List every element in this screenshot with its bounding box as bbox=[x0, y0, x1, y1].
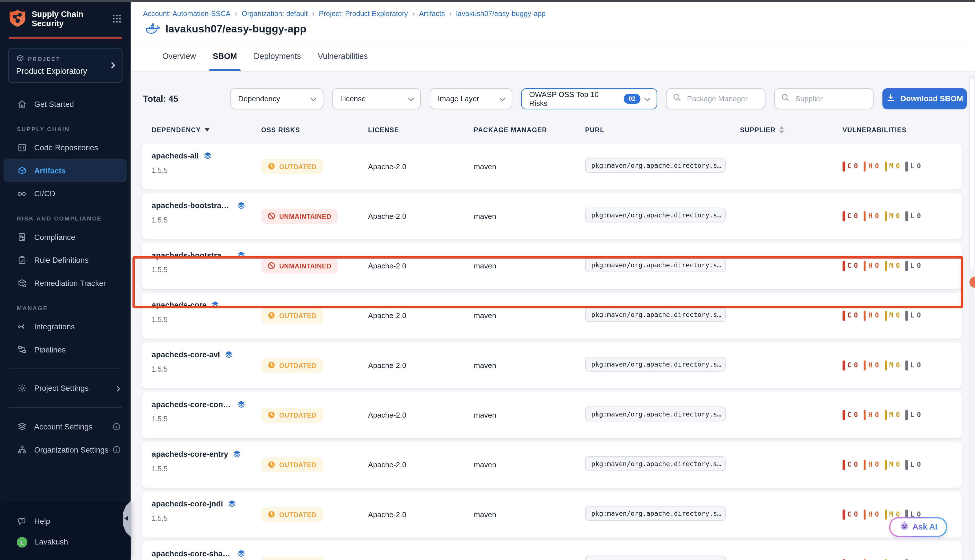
module-grid-icon[interactable] bbox=[112, 13, 122, 23]
ask-ai-button[interactable]: Ask AI bbox=[889, 517, 947, 537]
table-header: DEPENDENCYOSS RISKSLICENSEPACKAGE MANAGE… bbox=[142, 126, 962, 133]
breadcrumb-link[interactable]: Project: Product Exploratory bbox=[319, 10, 408, 17]
clock-icon bbox=[267, 311, 275, 320]
sidebar-item-integrations[interactable]: Integrations bbox=[0, 315, 130, 338]
sidebar-item-rule-definitions[interactable]: Rule Definitions bbox=[0, 249, 130, 272]
dependency-name: apacheds-core-jndi bbox=[152, 499, 223, 508]
dependency-version: 1.5.5 bbox=[152, 514, 261, 522]
table-row[interactable]: apacheds-core-entry 1.5.5 OUTDATED Apach… bbox=[142, 442, 962, 488]
vulnerability-counts[interactable]: C0H0M0L0 bbox=[843, 211, 962, 221]
purl-chip[interactable]: pkg:maven/org.apache.directory.s… bbox=[585, 357, 726, 372]
cube-icon bbox=[16, 54, 24, 63]
chevron-down-icon bbox=[499, 94, 506, 103]
tab-bar: OverviewSBOMDeploymentsVulnerabilities bbox=[162, 42, 367, 70]
table-row[interactable]: apacheds-bootstrap-pa... 1.5.5 UNMAINTAI… bbox=[142, 243, 962, 289]
vulnerability-counts[interactable]: C0H0M0L0 bbox=[843, 310, 962, 320]
package-manager-search[interactable] bbox=[666, 88, 766, 109]
project-name: Product Exploratory bbox=[16, 67, 116, 76]
column-header-dependency[interactable]: DEPENDENCY bbox=[152, 126, 261, 133]
table-row[interactable]: apacheds-core-jndi 1.5.5 OUTDATED Apache… bbox=[142, 491, 962, 537]
table-row[interactable]: apacheds-core 1.5.5 OUTDATED Apache-2.0 … bbox=[142, 292, 962, 338]
page-header: Account: Automation-SSCA›Organization: d… bbox=[130, 2, 975, 71]
severity-high: H0 bbox=[863, 310, 879, 320]
table-row[interactable]: apacheds-all 1.5.5 OUTDATED Apache-2.0 m… bbox=[142, 143, 962, 189]
sidebar: Supply Chain Security PROJECT Product Ex… bbox=[0, 2, 130, 560]
filter-count-badge: 02 bbox=[623, 93, 640, 103]
dependency-name: apacheds-core-shared bbox=[152, 549, 233, 558]
vulnerability-counts[interactable]: C0H0M0L0 bbox=[843, 261, 962, 271]
filter-dropdown-owasp-oss-top-10-risks[interactable]: OWASP OSS Top 10 Risks02 bbox=[521, 88, 657, 109]
oss-risk-label: OUTDATED bbox=[279, 411, 317, 418]
tab-sbom[interactable]: SBOM bbox=[213, 42, 237, 70]
tab-vulnerabilities[interactable]: Vulnerabilities bbox=[318, 42, 367, 70]
purl-chip[interactable]: pkg:maven/org.apache.directory.s… bbox=[585, 406, 726, 421]
license: Apache-2.0 bbox=[368, 460, 474, 469]
layers-icon bbox=[237, 549, 246, 558]
oss-risk-label: UNMAINTAINED bbox=[279, 262, 332, 269]
breadcrumb-link[interactable]: Artifacts bbox=[419, 10, 445, 17]
package-manager: maven bbox=[474, 212, 585, 220]
layers-icon bbox=[237, 400, 246, 408]
info-icon[interactable] bbox=[113, 445, 121, 456]
window-top-edge bbox=[0, 0, 975, 2]
oss-risk-label: OUTDATED bbox=[279, 461, 317, 468]
purl-chip[interactable]: pkg:maven/org.apache.directory.s… bbox=[585, 207, 726, 222]
divider bbox=[9, 407, 122, 408]
purl-chip[interactable]: pkg:maven/org.apache.directory.s… bbox=[585, 307, 726, 322]
supplier-search[interactable] bbox=[774, 88, 874, 109]
package-manager: maven bbox=[474, 262, 585, 270]
filter-dropdown-image-layer[interactable]: Image Layer bbox=[430, 88, 513, 109]
tab-overview[interactable]: Overview bbox=[162, 42, 196, 70]
purl-chip[interactable]: pkg:maven/org.apache.directory.s… bbox=[585, 506, 726, 520]
vulnerability-counts[interactable]: C0H0M0L0 bbox=[843, 161, 962, 171]
info-icon[interactable] bbox=[113, 422, 121, 433]
user-menu[interactable]: L Lavakush bbox=[0, 532, 130, 553]
robot-icon bbox=[899, 520, 909, 533]
layers-icon bbox=[237, 251, 246, 259]
severity-crit: C0 bbox=[843, 509, 858, 519]
download-sbom-button[interactable]: Download SBOM bbox=[883, 88, 967, 109]
table-row[interactable]: apacheds-core-avl 1.5.5 OUTDATED Apache-… bbox=[142, 342, 962, 388]
sidebar-item-organization-settings[interactable]: Organization Settings bbox=[0, 438, 130, 461]
table-row[interactable]: apacheds-core-consta... 1.5.5 OUTDATED A… bbox=[142, 392, 962, 438]
vulnerability-counts[interactable]: C0H0M0L0 bbox=[843, 460, 962, 470]
sidebar-item-compliance[interactable]: Compliance bbox=[0, 226, 130, 249]
search-icon bbox=[781, 93, 790, 104]
sidebar-item-cicd[interactable]: CI/CD bbox=[0, 182, 130, 205]
sidebar-item-pipelines[interactable]: Pipelines bbox=[0, 338, 130, 361]
breadcrumb-link[interactable]: lavakush07/easy-buggy-app bbox=[456, 10, 546, 17]
filter-dropdown-dependency[interactable]: Dependency bbox=[230, 88, 324, 109]
sidebar-item-account-settings[interactable]: Account Settings bbox=[0, 415, 130, 438]
sidebar-section-label: SUPPLY CHAIN bbox=[0, 125, 130, 132]
purl-chip[interactable]: pkg:maven/org.apache.directory.s… bbox=[585, 555, 726, 560]
severity-low: L0 bbox=[906, 559, 921, 560]
purl-chip[interactable]: pkg:maven/org.apache.directory.s… bbox=[585, 456, 726, 471]
breadcrumb-link[interactable]: Account: Automation-SSCA bbox=[143, 10, 230, 17]
vulnerability-counts[interactable]: C0H0M0L0 bbox=[843, 360, 962, 370]
severity-crit: C0 bbox=[843, 410, 858, 420]
column-header-supplier[interactable]: SUPPLIER bbox=[740, 126, 843, 133]
sidebar-item-get-started[interactable]: Get Started bbox=[0, 92, 130, 116]
help-button[interactable]: ? Help bbox=[0, 512, 130, 532]
vulnerability-counts[interactable]: C0H0M0L0 bbox=[843, 559, 962, 560]
sidebar-item-artifacts[interactable]: Artifacts bbox=[4, 159, 127, 182]
table-row[interactable]: apacheds-core-shared 1.5.5 OUTDATED Apac… bbox=[142, 541, 962, 560]
project-selector[interactable]: PROJECT Product Exploratory bbox=[8, 48, 123, 83]
no-maintenance-icon bbox=[267, 262, 275, 270]
table-row[interactable]: apacheds-bootstrap-ex... 1.5.5 UNMAINTAI… bbox=[142, 193, 962, 239]
chevron-right-icon bbox=[110, 60, 116, 72]
oss-risk-badge: OUTDATED bbox=[261, 407, 323, 422]
filter-dropdown-license[interactable]: License bbox=[332, 88, 421, 109]
tab-deployments[interactable]: Deployments bbox=[254, 42, 301, 70]
breadcrumb-separator: › bbox=[412, 9, 415, 18]
severity-med: M0 bbox=[885, 360, 900, 370]
purl-chip[interactable]: pkg:maven/org.apache.directory.s… bbox=[585, 257, 726, 272]
scrollbar-thumb[interactable] bbox=[969, 77, 974, 270]
severity-high: H0 bbox=[863, 261, 879, 271]
vulnerability-counts[interactable]: C0H0M0L0 bbox=[843, 410, 962, 420]
purl-chip[interactable]: pkg:maven/org.apache.directory.s… bbox=[585, 158, 726, 173]
sidebar-item-code-repositories[interactable]: Code Repositories bbox=[0, 136, 130, 159]
sidebar-item-project-settings[interactable]: Project Settings bbox=[0, 377, 130, 400]
breadcrumb-link[interactable]: Organization: default bbox=[242, 10, 308, 17]
sidebar-item-remediation-tracker[interactable]: Remediation Tracker bbox=[0, 272, 130, 295]
